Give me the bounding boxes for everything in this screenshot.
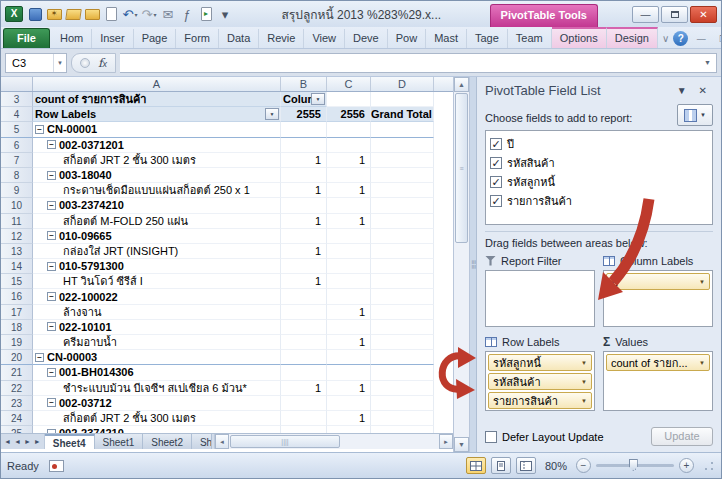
- defer-layout-checkbox[interactable]: [485, 431, 497, 443]
- field-list-item[interactable]: ✓รหัสสินค้า: [490, 153, 708, 172]
- minimize-button[interactable]: —: [632, 6, 659, 23]
- undo-icon[interactable]: ↶▾: [122, 5, 138, 23]
- save-icon[interactable]: [27, 5, 43, 23]
- ribbon-tab-team[interactable]: Team: [508, 29, 552, 48]
- open-icon[interactable]: [65, 5, 81, 23]
- cell-C13[interactable]: [327, 244, 371, 259]
- expand-ribbon-icon[interactable]: ∨: [662, 33, 669, 44]
- new-from-template-icon[interactable]: ✶: [46, 5, 62, 23]
- page-break-view-button[interactable]: [516, 457, 536, 474]
- formula-input[interactable]: ▼: [120, 53, 717, 73]
- next-sheet-icon[interactable]: ►: [24, 438, 31, 445]
- ribbon-tab-deve[interactable]: Deve: [345, 29, 388, 48]
- cell-C5[interactable]: [327, 122, 371, 137]
- cell-A18[interactable]: −022-10101: [33, 320, 281, 335]
- cell-A24[interactable]: สก็อตต์ JRT 2 ชั้น 300 เมตร: [33, 411, 281, 426]
- cell-B13[interactable]: 1: [281, 244, 327, 259]
- cell-A3[interactable]: count of รายการสินค้า: [33, 92, 281, 107]
- area-field-button[interactable]: ปี▼: [606, 273, 710, 290]
- ribbon-tab-tage[interactable]: Tage: [467, 29, 508, 48]
- cell-D3[interactable]: [371, 92, 434, 107]
- redo-icon[interactable]: ↷▾: [141, 5, 157, 23]
- normal-view-button[interactable]: [466, 457, 486, 474]
- field-checkbox[interactable]: ✓: [490, 176, 502, 188]
- cell-D6[interactable]: [371, 138, 434, 153]
- row-header-20[interactable]: 20: [1, 350, 33, 365]
- workbook-minimize-icon[interactable]: —: [692, 34, 710, 44]
- row-header-6[interactable]: 6: [1, 138, 33, 153]
- cell-D8[interactable]: [371, 168, 434, 183]
- field-list-item[interactable]: ✓รายการสินค้า: [490, 191, 708, 210]
- ribbon-tab-view[interactable]: View: [304, 29, 345, 48]
- sheet-tab-sheet1[interactable]: Sheet1: [95, 434, 144, 449]
- workbook-restore-icon[interactable]: ❐: [714, 34, 722, 44]
- new-document-icon[interactable]: [103, 5, 119, 23]
- cell-C23[interactable]: [327, 396, 371, 411]
- cell-D24[interactable]: [371, 411, 434, 426]
- row-header-21[interactable]: 21: [1, 365, 33, 380]
- cell-B5[interactable]: [281, 122, 327, 137]
- select-all-corner[interactable]: [1, 77, 33, 91]
- row-header-5[interactable]: 5: [1, 122, 33, 137]
- cell-B4[interactable]: 2555: [281, 107, 327, 122]
- resize-grip[interactable]: [703, 460, 715, 472]
- close-button[interactable]: ✕: [690, 6, 717, 23]
- cell-D5[interactable]: [371, 122, 434, 137]
- cell-A14[interactable]: −010-5791300: [33, 259, 281, 274]
- cell-D25[interactable]: [371, 426, 434, 433]
- scroll-left-icon[interactable]: ◄: [215, 434, 229, 449]
- cell-A17[interactable]: ล้างจาน: [33, 305, 281, 320]
- cell-C8[interactable]: [327, 168, 371, 183]
- cell-D12[interactable]: [371, 229, 434, 244]
- send-receive-icon[interactable]: ▸: [198, 5, 214, 23]
- cell-D14[interactable]: [371, 259, 434, 274]
- name-box-dropdown-icon[interactable]: ▼: [53, 54, 66, 72]
- column-labels-area[interactable]: ปี▼: [603, 270, 713, 327]
- macro-record-icon[interactable]: [49, 460, 64, 472]
- first-sheet-icon[interactable]: ◄: [4, 438, 11, 445]
- collapse-minus-icon[interactable]: −: [47, 201, 56, 210]
- cell-C6[interactable]: [327, 138, 371, 153]
- scroll-right-icon[interactable]: ►: [439, 434, 453, 449]
- cell-C18[interactable]: [327, 320, 371, 335]
- cell-A5[interactable]: −CN-00001: [33, 122, 281, 137]
- sheet-tab-sheet4[interactable]: Sheet4: [45, 434, 95, 449]
- cell-C16[interactable]: [327, 289, 371, 304]
- cell-B6[interactable]: [281, 138, 327, 153]
- row-labels-filter-icon[interactable]: ▼: [265, 108, 279, 120]
- cell-A20[interactable]: −CN-00003: [33, 350, 281, 365]
- row-header-10[interactable]: 10: [1, 198, 33, 213]
- field-list-layout-button[interactable]: ▼: [677, 104, 713, 126]
- row-header-11[interactable]: 11: [1, 214, 33, 229]
- cell-A16[interactable]: −022-100022: [33, 289, 281, 304]
- cell-B24[interactable]: [281, 411, 327, 426]
- collapse-minus-icon[interactable]: −: [47, 292, 56, 301]
- row-header-3[interactable]: 3: [1, 92, 33, 107]
- ribbon-tab-page[interactable]: Page: [134, 29, 177, 48]
- horizontal-scroll-thumb[interactable]: ||||: [230, 435, 340, 448]
- field-checkbox[interactable]: ✓: [490, 195, 502, 207]
- cell-C21[interactable]: [327, 365, 371, 380]
- zoom-slider[interactable]: [596, 464, 674, 467]
- field-checkbox[interactable]: ✓: [490, 157, 502, 169]
- zoom-in-button[interactable]: +: [679, 458, 694, 473]
- ribbon-tab-revie[interactable]: Revie: [259, 29, 304, 48]
- cell-D21[interactable]: [371, 365, 434, 380]
- row-header-16[interactable]: 16: [1, 289, 33, 304]
- cell-B25[interactable]: [281, 426, 327, 433]
- cell-D23[interactable]: [371, 396, 434, 411]
- field-list-item[interactable]: ✓รหัสลูกหนี้: [490, 172, 708, 191]
- cell-C19[interactable]: 1: [327, 335, 371, 350]
- values-area[interactable]: count of รายก...▼: [603, 351, 713, 411]
- collapse-minus-icon[interactable]: −: [47, 262, 56, 271]
- cell-B9[interactable]: 1: [281, 183, 327, 198]
- row-header-8[interactable]: 8: [1, 168, 33, 183]
- insert-function-button[interactable]: fx: [71, 53, 116, 73]
- collapse-minus-icon[interactable]: −: [47, 322, 56, 331]
- cell-A22[interactable]: ชำระแบบม้วน บีเจซีฯ สเปเชียล 6 ม้วน*: [33, 381, 281, 396]
- cell-C25[interactable]: [327, 426, 371, 433]
- row-header-9[interactable]: 9: [1, 183, 33, 198]
- cell-A19[interactable]: ครีมอาบน้ำ: [33, 335, 281, 350]
- row-header-4[interactable]: 4: [1, 107, 33, 122]
- formula-bar-expand-icon[interactable]: ▼: [699, 59, 716, 66]
